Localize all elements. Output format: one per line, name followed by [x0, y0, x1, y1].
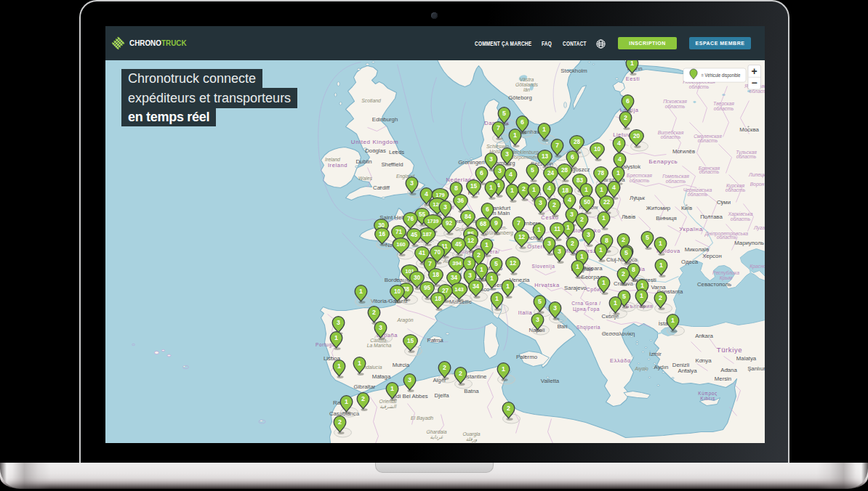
svg-text:16: 16 [378, 231, 385, 238]
svg-text:2: 2 [624, 114, 627, 121]
svg-text:2: 2 [459, 370, 462, 377]
svg-text:83: 83 [576, 177, 583, 184]
svg-text:Eesti: Eesti [625, 75, 640, 81]
svg-text:3: 3 [489, 155, 493, 163]
svg-text:2: 2 [659, 294, 662, 301]
svg-text:2: 2 [580, 216, 584, 223]
svg-text:2: 2 [443, 364, 446, 371]
svg-text:1: 1 [542, 126, 546, 133]
svg-text:Göteborg: Göteborg [508, 94, 532, 100]
svg-text:Крым: Крым [719, 275, 732, 280]
svg-text:4: 4 [568, 196, 571, 203]
svg-text:Varna: Varna [651, 283, 666, 290]
svg-text:Херсон: Херсон [702, 252, 722, 259]
svg-text:1: 1 [359, 288, 363, 295]
svg-text:الشرقية: الشرقية [379, 403, 397, 409]
svg-text:Palermo: Palermo [515, 353, 537, 360]
svg-text:1: 1 [502, 365, 505, 373]
svg-text:4: 4 [425, 190, 428, 198]
svg-text:3: 3 [587, 231, 590, 238]
svg-text:5: 5 [502, 110, 506, 117]
svg-text:Mersin: Mersin [714, 375, 731, 381]
svg-text:1: 1 [510, 187, 514, 194]
svg-text:Красно: Красно [750, 263, 765, 269]
svg-text:Kıbrıs: Kıbrıs [700, 395, 715, 400]
svg-text:Antalya: Antalya [678, 367, 697, 373]
svg-text:84: 84 [464, 214, 471, 220]
svg-text:76: 76 [406, 216, 414, 222]
svg-text:1: 1 [671, 317, 675, 324]
svg-text:7: 7 [497, 124, 500, 131]
svg-text:Луга: Луга [752, 224, 764, 230]
svg-text:3: 3 [467, 259, 471, 267]
svg-text:1: 1 [334, 334, 338, 341]
svg-text:2: 2 [338, 418, 342, 426]
svg-text:Україна: Україна [679, 225, 702, 232]
svg-text:18: 18 [434, 296, 441, 302]
svg-text:4: 4 [509, 171, 513, 178]
svg-text:Shqiperia: Shqiperia [576, 324, 600, 330]
svg-text:70: 70 [433, 249, 441, 256]
svg-text:36: 36 [457, 198, 464, 204]
svg-text:7: 7 [428, 260, 432, 267]
svg-text:2: 2 [522, 185, 526, 192]
svg-text:2: 2 [477, 251, 481, 259]
svg-text:3: 3 [468, 272, 472, 279]
svg-text:8: 8 [632, 266, 635, 273]
svg-text:28: 28 [560, 167, 568, 174]
svg-text:4: 4 [618, 155, 622, 163]
svg-text:68: 68 [479, 221, 486, 227]
svg-text:Dublin: Dublin [355, 158, 371, 164]
svg-text:Москва: Москва [739, 126, 759, 132]
svg-text:3: 3 [570, 211, 574, 218]
svg-text:3: 3 [536, 316, 539, 323]
svg-text:Црна Гора: Црна Гора [573, 306, 600, 312]
svg-text:27: 27 [441, 288, 449, 294]
svg-text:Ворон: Ворон [750, 181, 764, 187]
svg-text:область: область [697, 137, 718, 142]
svg-text:Slovenija: Slovenija [531, 263, 555, 269]
svg-text:12: 12 [467, 238, 474, 244]
svg-text:6: 6 [486, 206, 489, 213]
svg-text:10: 10 [393, 288, 401, 295]
svg-text:179: 179 [435, 191, 445, 198]
svg-text:Türkiye: Türkiye [716, 345, 742, 353]
svg-text:1: 1 [345, 398, 348, 405]
svg-text:78: 78 [597, 170, 604, 176]
svg-text:Вінниця: Вінниця [656, 214, 677, 221]
svg-text:1: 1 [537, 226, 541, 233]
svg-text:5: 5 [622, 293, 626, 300]
svg-text:50: 50 [583, 199, 590, 206]
svg-text:12: 12 [509, 260, 516, 267]
svg-text:Malatya: Malatya [736, 354, 756, 361]
svg-text:1: 1 [600, 186, 603, 193]
svg-text:= Véhicule disponible: = Véhicule disponible [701, 71, 740, 78]
svg-text:2: 2 [361, 395, 365, 402]
svg-text:Konya: Konya [695, 357, 712, 363]
svg-text:2: 2 [507, 405, 510, 412]
svg-text:7: 7 [517, 219, 521, 227]
svg-text:Adana: Adana [720, 366, 737, 373]
svg-text:3: 3 [410, 179, 414, 187]
svg-text:Луцьк: Луцьк [629, 194, 645, 200]
svg-text:3: 3 [539, 199, 542, 206]
svg-text:3: 3 [505, 150, 509, 158]
svg-text:3: 3 [558, 248, 561, 255]
svg-text:область: область [730, 216, 750, 221]
svg-text:18: 18 [432, 272, 439, 278]
svg-text:9: 9 [494, 219, 498, 227]
svg-text:+: + [751, 65, 757, 76]
svg-text:13: 13 [541, 153, 548, 160]
svg-text:7: 7 [555, 142, 559, 149]
svg-text:1: 1 [640, 292, 643, 299]
svg-text:95: 95 [423, 285, 430, 291]
svg-text:1: 1 [630, 60, 634, 67]
svg-text:La Mancha: La Mancha [366, 342, 391, 347]
svg-text:Псковская: Псковская [663, 98, 687, 103]
svg-text:Valletta: Valletta [540, 377, 559, 384]
svg-text:5: 5 [494, 260, 498, 267]
svg-text:Málaga: Málaga [371, 373, 390, 379]
svg-text:24: 24 [547, 170, 554, 176]
svg-text:1739: 1739 [427, 218, 438, 223]
svg-text:Ghardaia: Ghardaia [426, 429, 446, 434]
